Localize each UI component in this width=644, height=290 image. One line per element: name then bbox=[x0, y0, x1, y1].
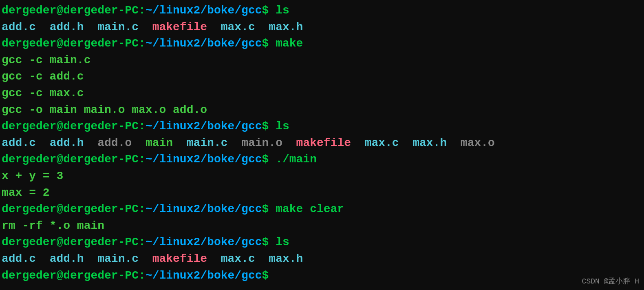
terminal-line-line13: dergeder@dergeder-PC:~/linux2/boke/gcc$ … bbox=[2, 201, 642, 218]
terminal-line-line4: gcc -c main.c bbox=[2, 52, 642, 69]
file-entry bbox=[84, 19, 98, 36]
output-text: gcc -c add.c bbox=[2, 69, 84, 85]
prompt-path: ~/linux2/boke/gcc bbox=[146, 35, 262, 52]
prompt-dollar: $ bbox=[262, 268, 276, 284]
command-text: make bbox=[276, 35, 303, 52]
command-text: ls bbox=[276, 234, 289, 251]
prompt-path: ~/linux2/boke/gcc bbox=[146, 234, 262, 251]
file-entry: add.c bbox=[2, 19, 36, 36]
prompt-user: dergeder@dergeder-PC: bbox=[2, 268, 146, 284]
terminal-line-line14: rm -rf *.o main bbox=[2, 218, 642, 235]
file-entry: main.c bbox=[97, 19, 139, 36]
prompt-path: ~/linux2/boke/gcc bbox=[146, 118, 262, 135]
command-text: ./main bbox=[276, 151, 317, 168]
file-entry bbox=[84, 251, 98, 268]
file-entry bbox=[36, 19, 50, 36]
terminal-line-line9: add.c add.h add.o main main.c main.o mak… bbox=[2, 135, 642, 152]
file-entry: max.o bbox=[461, 135, 495, 152]
terminal-line-line10: dergeder@dergeder-PC:~/linux2/boke/gcc$ … bbox=[2, 151, 642, 168]
file-entry bbox=[139, 19, 152, 36]
file-entry bbox=[132, 135, 146, 152]
file-entry: makefile bbox=[152, 19, 207, 36]
output-text: gcc -c main.c bbox=[2, 52, 90, 69]
file-entry bbox=[399, 135, 413, 152]
terminal-line-line17: dergeder@dergeder-PC:~/linux2/boke/gcc$ bbox=[2, 268, 642, 284]
file-entry: max.c bbox=[221, 251, 255, 268]
file-entry bbox=[255, 251, 269, 268]
prompt-user: dergeder@dergeder-PC: bbox=[2, 35, 146, 52]
file-entry: max.c bbox=[365, 135, 399, 152]
file-entry bbox=[228, 135, 242, 152]
terminal-line-line6: gcc -c max.c bbox=[2, 85, 642, 102]
command-text: make clear bbox=[276, 201, 344, 218]
output-text: gcc -o main main.o max.o add.o bbox=[2, 102, 207, 119]
file-entry bbox=[84, 135, 98, 152]
file-entry bbox=[36, 135, 50, 152]
command-text: ls bbox=[276, 2, 289, 19]
file-entry bbox=[207, 251, 221, 268]
file-entry: add.h bbox=[50, 251, 84, 268]
terminal-line-line5: gcc -c add.c bbox=[2, 69, 642, 85]
file-entry: makefile bbox=[152, 251, 207, 268]
file-entry: max.h bbox=[269, 19, 303, 36]
prompt-user: dergeder@dergeder-PC: bbox=[2, 151, 146, 168]
file-entry bbox=[447, 135, 461, 152]
prompt-dollar: $ bbox=[262, 2, 276, 19]
terminal-line-line12: max = 2 bbox=[2, 185, 642, 201]
file-entry: add.o bbox=[97, 135, 132, 152]
terminal-line-line8: dergeder@dergeder-PC:~/linux2/boke/gcc$ … bbox=[2, 118, 642, 135]
file-entry: main.c bbox=[187, 135, 228, 152]
prompt-path: ~/linux2/boke/gcc bbox=[146, 201, 262, 218]
file-entry: max.h bbox=[269, 251, 303, 268]
file-entry bbox=[173, 135, 187, 152]
file-entry: add.h bbox=[50, 135, 84, 152]
terminal-line-line1: dergeder@dergeder-PC:~/linux2/boke/gcc$ … bbox=[2, 2, 642, 19]
terminal-line-line16: add.c add.h main.c makefile max.c max.h bbox=[2, 251, 642, 268]
file-entry bbox=[282, 135, 296, 152]
terminal-line-line11: x + y = 3 bbox=[2, 168, 642, 185]
file-entry bbox=[351, 135, 365, 152]
output-text: x + y = 3 bbox=[2, 168, 63, 185]
file-entry: add.c bbox=[2, 135, 36, 152]
prompt-path: ~/linux2/boke/gcc bbox=[146, 151, 262, 168]
prompt-dollar: $ bbox=[262, 118, 276, 135]
prompt-path: ~/linux2/boke/gcc bbox=[146, 268, 262, 284]
file-entry bbox=[36, 251, 50, 268]
file-entry: max.h bbox=[412, 135, 447, 152]
file-entry: add.h bbox=[50, 19, 84, 36]
prompt-dollar: $ bbox=[262, 201, 276, 218]
terminal-line-line2: add.c add.h main.c makefile max.c max.h bbox=[2, 19, 642, 36]
output-text: max = 2 bbox=[2, 185, 50, 201]
terminal-line-line7: gcc -o main main.o max.o add.o bbox=[2, 102, 642, 119]
output-text: gcc -c max.c bbox=[2, 85, 84, 102]
file-entry: main.o bbox=[241, 135, 282, 152]
file-entry bbox=[207, 19, 221, 36]
prompt-dollar: $ bbox=[262, 35, 276, 52]
prompt-dollar: $ bbox=[262, 151, 276, 168]
file-entry: max.c bbox=[221, 19, 255, 36]
output-text: rm -rf *.o main bbox=[2, 218, 104, 235]
prompt-dollar: $ bbox=[262, 234, 276, 251]
file-entry: add.c bbox=[2, 251, 36, 268]
file-entry: makefile bbox=[296, 135, 351, 152]
file-entry: main bbox=[146, 135, 173, 152]
prompt-user: dergeder@dergeder-PC: bbox=[2, 234, 146, 251]
file-entry bbox=[255, 19, 269, 36]
terminal-line-line15: dergeder@dergeder-PC:~/linux2/boke/gcc$ … bbox=[2, 234, 642, 251]
file-entry: main.c bbox=[97, 251, 139, 268]
file-entry bbox=[139, 251, 152, 268]
prompt-user: dergeder@dergeder-PC: bbox=[2, 2, 146, 19]
terminal: dergeder@dergeder-PC:~/linux2/boke/gcc$ … bbox=[0, 0, 644, 290]
prompt-user: dergeder@dergeder-PC: bbox=[2, 201, 146, 218]
prompt-path: ~/linux2/boke/gcc bbox=[146, 2, 262, 19]
terminal-line-line3: dergeder@dergeder-PC:~/linux2/boke/gcc$ … bbox=[2, 35, 642, 52]
prompt-user: dergeder@dergeder-PC: bbox=[2, 118, 146, 135]
watermark: CSDN @孟小胖_H bbox=[582, 276, 639, 287]
command-text: ls bbox=[276, 118, 289, 135]
